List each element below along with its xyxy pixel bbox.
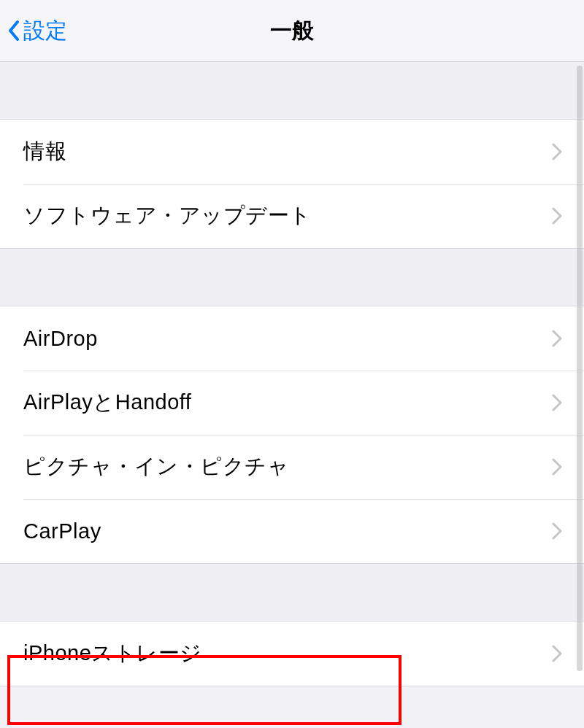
- chevron-right-icon: [552, 522, 562, 540]
- row-label: 情報: [23, 137, 66, 166]
- scrollbar[interactable]: [577, 66, 583, 671]
- row-iphone-storage[interactable]: iPhoneストレージ: [0, 621, 584, 686]
- row-picture-in-picture[interactable]: ピクチャ・イン・ピクチャ: [0, 435, 584, 499]
- chevron-right-icon: [552, 458, 562, 476]
- chevron-right-icon: [552, 143, 562, 160]
- chevron-right-icon: [552, 645, 562, 662]
- row-carplay[interactable]: CarPlay: [0, 499, 584, 563]
- section-storage: iPhoneストレージ: [0, 621, 584, 686]
- chevron-right-icon: [552, 330, 562, 347]
- back-button[interactable]: 設定: [7, 16, 67, 46]
- row-label: ソフトウェア・アップデート: [23, 201, 312, 231]
- chevron-right-icon: [552, 394, 562, 411]
- row-label: AirPlayとHandoff: [23, 388, 191, 417]
- row-about[interactable]: 情報: [0, 120, 584, 184]
- back-label: 設定: [23, 16, 67, 46]
- page-title: 一般: [270, 16, 314, 46]
- navigation-bar: 設定 一般: [0, 0, 584, 62]
- section-spacer: [0, 62, 584, 119]
- row-label: iPhoneストレージ: [23, 639, 202, 668]
- row-label: AirDrop: [23, 327, 98, 351]
- section-connectivity: AirDrop AirPlayとHandoff ピクチャ・イン・ピクチャ Car…: [0, 306, 584, 564]
- section-spacer: [0, 249, 584, 306]
- row-label: ピクチャ・イン・ピクチャ: [23, 452, 289, 481]
- chevron-right-icon: [552, 207, 562, 225]
- row-airdrop[interactable]: AirDrop: [0, 306, 584, 371]
- row-software-update[interactable]: ソフトウェア・アップデート: [0, 184, 584, 248]
- section-about: 情報 ソフトウェア・アップデート: [0, 119, 584, 249]
- chevron-left-icon: [7, 20, 20, 42]
- row-airplay-handoff[interactable]: AirPlayとHandoff: [0, 371, 584, 435]
- row-label: CarPlay: [23, 519, 101, 543]
- content: 情報 ソフトウェア・アップデート AirDrop AirPlayとHandoff…: [0, 62, 584, 686]
- section-spacer: [0, 564, 584, 621]
